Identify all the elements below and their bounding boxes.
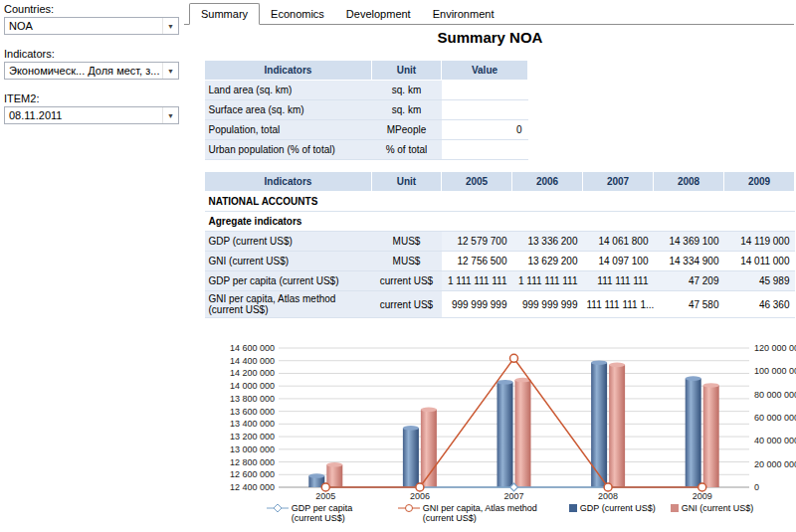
- svg-text:13 600 000: 13 600 000: [230, 407, 275, 417]
- svg-text:13 400 000: 13 400 000: [230, 419, 275, 429]
- bar: [515, 380, 531, 487]
- svg-text:60 000 000: 60 000 000: [754, 413, 796, 423]
- countries-dropdown[interactable]: NOA ▼: [4, 17, 179, 35]
- tab-economics[interactable]: Economics: [260, 3, 335, 24]
- column-header: 2006: [512, 172, 583, 192]
- app-window: Countries: NOA ▼ Indicators: Экономическ…: [0, 0, 796, 532]
- table-cell: GDP per capita (current US$): [205, 271, 372, 291]
- table-cell: sq. km: [372, 81, 442, 100]
- table-cell: current US$: [372, 291, 442, 318]
- column-header: Indicators: [205, 172, 372, 192]
- table-cell: Urban population (% of total): [205, 140, 372, 160]
- table-cell: 111 111 111: [583, 271, 654, 291]
- chevron-down-icon[interactable]: ▼: [162, 63, 178, 79]
- countries-value: NOA: [5, 20, 162, 32]
- table-cell: 999 999 999: [442, 291, 512, 318]
- table-row: Urban population (% of total)% of total: [205, 140, 528, 160]
- tab-development[interactable]: Development: [335, 3, 422, 24]
- table-cell: Land area (sq. km): [205, 81, 372, 100]
- tab-summary[interactable]: Summary: [189, 3, 260, 25]
- table-cell: 12 756 500: [442, 252, 512, 271]
- bar: [686, 379, 701, 487]
- table-cell: GNI per capita, Atlas method (current US…: [205, 291, 372, 318]
- table-cell: 1 111 111 111: [442, 271, 512, 291]
- legend-square-icon: [569, 504, 577, 512]
- table-row: GDP (current US$)MUS$12 579 70013 336 20…: [205, 232, 795, 252]
- table-cell: 47 209: [654, 271, 724, 291]
- column-header: Unit: [372, 61, 442, 81]
- table-row: Population, totalMPeople0: [205, 120, 528, 140]
- table-cell: 14 334 900: [654, 252, 724, 271]
- column-header: 2007: [583, 172, 654, 192]
- table-cell: MUS$: [372, 232, 442, 252]
- legend-square-icon: [671, 504, 679, 512]
- table-cell: 47 580: [654, 291, 724, 318]
- table-row: GDP per capita (current US$)current US$1…: [205, 271, 795, 291]
- svg-text:12 800 000: 12 800 000: [230, 457, 275, 467]
- section-row-national-accounts: NATIONAL ACCOUNTS: [205, 192, 795, 212]
- table-cell: MPeople: [372, 120, 442, 140]
- indicators-dropdown[interactable]: Экономическ... Доля мест, з... (1374) ▼: [4, 62, 179, 80]
- combo-chart: 14 600 00014 400 00014 200 00014 000 000…: [184, 336, 796, 505]
- years-table-header-row: Indicators Unit 2005 2006 2007 2008 2009: [205, 172, 795, 192]
- table-row: Land area (sq. km)sq. km: [205, 81, 528, 100]
- legend-item: GDP per capita (current US$): [267, 503, 383, 523]
- years-table: Indicators Unit 2005 2006 2007 2008 2009…: [204, 171, 795, 318]
- svg-text:13 800 000: 13 800 000: [230, 394, 275, 404]
- legend-item: GNI (current US$): [671, 503, 754, 513]
- svg-text:14 400 000: 14 400 000: [230, 356, 275, 366]
- table-cell: 14 061 800: [583, 232, 654, 252]
- section-row-agregate-indicators: Agregate indicators: [205, 212, 795, 232]
- svg-text:2005: 2005: [315, 491, 335, 501]
- table-cell: sq. km: [372, 100, 442, 120]
- chart-legend: GDP per capita (current US$)GNI per capi…: [239, 503, 781, 523]
- legend-label: GDP (current US$): [580, 503, 656, 513]
- sidebar: Countries: NOA ▼ Indicators: Экономическ…: [0, 0, 184, 532]
- table-cell: 14 097 100: [583, 252, 654, 271]
- svg-text:2008: 2008: [598, 491, 618, 501]
- table-cell: 999 999 999: [512, 291, 583, 318]
- table-cell: 46 360: [724, 291, 795, 318]
- indicators-label: Indicators:: [4, 48, 184, 60]
- item2-value: 08.11.2011: [5, 109, 162, 121]
- table-cell: 111 111 111 1...: [583, 291, 654, 318]
- svg-text:12 400 000: 12 400 000: [230, 482, 275, 492]
- table-cell: 14 369 100: [654, 232, 724, 252]
- svg-text:2007: 2007: [503, 491, 523, 501]
- circle-marker-icon: [698, 483, 706, 491]
- svg-text:20 000 000: 20 000 000: [754, 459, 796, 469]
- gridlines: [279, 348, 749, 487]
- table-cell: [442, 100, 528, 120]
- bar: [703, 385, 719, 487]
- table-cell: NATIONAL ACCOUNTS: [205, 192, 795, 212]
- chevron-down-icon[interactable]: ▼: [162, 18, 178, 34]
- table-cell: 13 336 200: [512, 232, 583, 252]
- line-series: [321, 354, 705, 491]
- table-cell: 13 629 200: [512, 252, 583, 271]
- circle-marker-icon: [604, 483, 612, 491]
- chevron-down-icon[interactable]: ▼: [162, 107, 178, 123]
- bar: [403, 428, 419, 487]
- column-header: 2009: [724, 172, 795, 192]
- countries-label: Countries:: [4, 3, 184, 15]
- x-axis-labels: 20052006200720082009: [315, 491, 711, 501]
- svg-text:13 000 000: 13 000 000: [230, 444, 275, 454]
- tab-environment[interactable]: Environment: [422, 3, 505, 24]
- column-header: Indicators: [205, 61, 372, 81]
- legend-item: GNI per capita, Atlas method (current US…: [398, 503, 554, 523]
- table-row: GNI (current US$)MUS$12 756 50013 629 20…: [205, 252, 795, 271]
- tab-bar: Summary Economics Development Environmen…: [189, 3, 504, 24]
- table-cell: Surface area (sq. km): [205, 100, 372, 120]
- legend-circle-icon: [398, 503, 420, 513]
- item2-dropdown[interactable]: 08.11.2011 ▼: [4, 106, 179, 124]
- svg-text:14 200 000: 14 200 000: [230, 368, 275, 378]
- indicators-value: Экономическ... Доля мест, з... (1374): [5, 65, 162, 77]
- table-row: Surface area (sq. km)sq. km: [205, 100, 528, 120]
- table-cell: MUS$: [372, 252, 442, 271]
- svg-text:14 000 000: 14 000 000: [230, 381, 275, 391]
- table-cell: current US$: [372, 271, 442, 291]
- table-cell: 12 579 700: [442, 232, 512, 252]
- table-cell: GNI (current US$): [205, 252, 372, 271]
- svg-text:2006: 2006: [410, 491, 430, 501]
- svg-text:120 000 000: 120 000 000: [754, 343, 796, 353]
